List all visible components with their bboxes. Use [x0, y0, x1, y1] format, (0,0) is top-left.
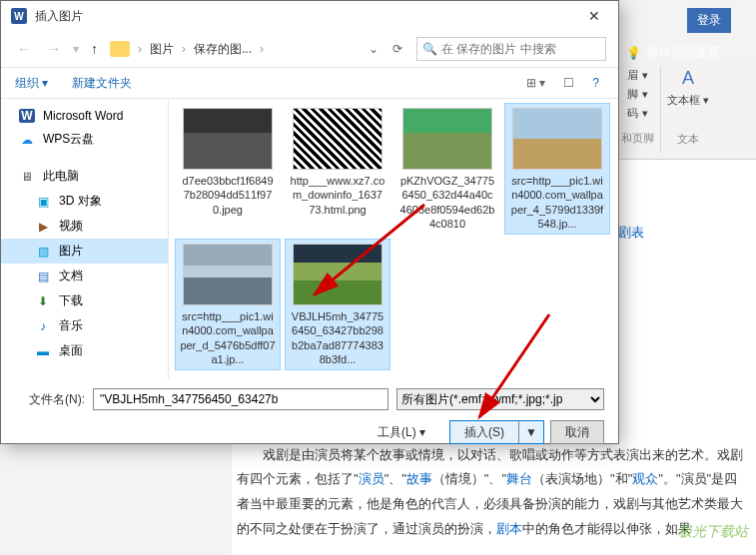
link-actor[interactable]: 演员 [359, 471, 384, 486]
file-name: src=http___pic1.win4000.com_wallpaper_4_… [509, 174, 605, 230]
ribbon-header-btn[interactable]: 眉 ▾ [627, 68, 647, 83]
nav-up-icon[interactable]: ↑ [87, 41, 102, 57]
file-item[interactable]: http___www.xz7.com_downinfo_163773.html.… [285, 103, 390, 235]
sidebar-label: 桌面 [59, 342, 83, 359]
file-item[interactable]: d7ee03bbcf1f68497b28094dd511f970.jpeg [175, 103, 281, 235]
link-story[interactable]: 故事 [406, 471, 432, 486]
sidebar-item-7[interactable]: ⬇下载 [1, 288, 168, 313]
sidebar-label: 文档 [59, 268, 83, 284]
file-thumbnail [512, 108, 602, 170]
refresh-icon[interactable]: ⟳ [386, 42, 408, 56]
sidebar-icon: ▧ [35, 245, 51, 259]
dialog-title: 插入图片 [35, 8, 83, 25]
sidebar-item-0[interactable]: WMicrosoft Word [1, 105, 168, 127]
login-button[interactable]: 登录 [687, 8, 731, 33]
file-name: http___www.xz7.com_downinfo_163773.html.… [290, 174, 385, 217]
sidebar-item-9[interactable]: ▬桌面 [1, 338, 168, 363]
sidebar-item-3[interactable]: ▣3D 对象 [1, 189, 168, 214]
sidebar-icon: ⬇ [35, 294, 51, 308]
lightbulb-icon: 💡 [626, 46, 641, 60]
link-script[interactable]: 剧本 [496, 521, 522, 536]
folder-tree: WMicrosoft Word☁WPS云盘🖥此电脑▣3D 对象▶视频▧图片▤文档… [1, 99, 169, 378]
filename-input[interactable] [93, 388, 388, 410]
file-thumbnail [293, 244, 382, 305]
nav-forward-icon: → [43, 41, 65, 57]
sidebar-label: 图片 [59, 243, 83, 260]
ribbon-pagenum-btn[interactable]: 码 ▾ [627, 106, 647, 121]
file-thumbnail [293, 108, 382, 170]
nav-back-icon[interactable]: ← [13, 41, 35, 57]
filename-label: 文件名(N): [15, 391, 85, 408]
sidebar-label: 音乐 [59, 317, 83, 334]
sidebar-label: 3D 对象 [59, 193, 102, 210]
file-name: pKZhVOGZ_347756450_632d44a40c4603e8f0594… [399, 174, 495, 230]
close-icon[interactable]: ✕ [580, 4, 608, 28]
ribbon-group-headerfooter: 和页脚 [621, 131, 654, 146]
crumb-dd[interactable]: ⌄ [369, 42, 378, 56]
sidebar-icon: ▤ [35, 270, 51, 283]
folder-icon[interactable] [110, 41, 130, 57]
file-item[interactable]: src=http___pic1.win4000.com_wallpaper_4_… [504, 103, 610, 235]
sidebar-label: 此电脑 [43, 168, 79, 185]
sidebar-icon: ▬ [35, 344, 51, 358]
sidebar-icon: 🖥 [19, 170, 35, 184]
file-item[interactable]: src=http___pic1.win4000.com_wallpaper_d_… [175, 239, 281, 370]
view-mode-button[interactable]: ⊞ ▾ [521, 73, 550, 93]
file-thumbnail [402, 108, 492, 170]
file-thumbnail [183, 244, 273, 305]
watermark: 极光下载站 [678, 523, 748, 541]
file-name: src=http___pic1.win4000.com_wallpaper_d_… [180, 309, 276, 365]
insert-picture-dialog: W 插入图片 ✕ ← → ▾ ↑ › 图片 › 保存的图... › ⌄ ⟳ 🔍 … [0, 0, 619, 444]
tools-button[interactable]: 工具(L) ▾ [378, 424, 425, 441]
sidebar-icon: ♪ [35, 319, 51, 333]
new-folder-button[interactable]: 新建文件夹 [72, 75, 132, 92]
sidebar-item-4[interactable]: ▶视频 [1, 214, 168, 239]
sidebar-label: 视频 [59, 218, 83, 235]
help-button[interactable]: ? [587, 73, 604, 93]
breadcrumb-pictures[interactable]: 图片 [150, 41, 174, 58]
sidebar-icon: W [19, 109, 35, 123]
cancel-button[interactable]: 取消 [550, 420, 604, 444]
sidebar-icon: ☁ [19, 133, 35, 147]
tell-me-label[interactable]: 操作说明搜索 [647, 44, 719, 61]
sidebar-label: WPS云盘 [43, 131, 94, 148]
link-stage[interactable]: 舞台 [506, 471, 532, 486]
preview-pane-button[interactable]: ☐ [558, 73, 579, 93]
search-icon: 🔍 [422, 42, 437, 56]
textbox-icon[interactable]: A [682, 68, 694, 89]
sidebar-label: 下载 [59, 292, 83, 309]
file-item[interactable]: VBJLH5mh_347756450_63427bb298b2ba7ad8777… [285, 239, 390, 370]
sidebar-label: Microsoft Word [43, 109, 123, 123]
nav-history-dd[interactable]: ▾ [73, 42, 79, 56]
sidebar-item-1[interactable]: ☁WPS云盘 [1, 127, 168, 152]
sidebar-icon: ▣ [35, 195, 51, 209]
file-thumbnail [183, 108, 273, 170]
sidebar-item-2[interactable]: 🖥此电脑 [1, 164, 168, 189]
file-item[interactable]: pKZhVOGZ_347756450_632d44a40c4603e8f0594… [394, 103, 500, 235]
breadcrumb-saved[interactable]: 保存的图... [194, 41, 252, 58]
ribbon-group-text: 文本 [677, 132, 699, 147]
organize-button[interactable]: 组织 ▾ [15, 75, 48, 92]
file-name: VBJLH5mh_347756450_63427bb298b2ba7ad8777… [290, 309, 385, 365]
ribbon-footer-btn[interactable]: 脚 ▾ [627, 87, 647, 102]
insert-dropdown[interactable]: ▼ [519, 425, 543, 439]
sidebar-item-5[interactable]: ▧图片 [1, 239, 168, 264]
filetype-select[interactable]: 所有图片(*.emf;*.wmf;*.jpg;*.jp [396, 388, 604, 410]
search-input[interactable] [416, 37, 606, 61]
file-list: d7ee03bbcf1f68497b28094dd511f970.jpeghtt… [169, 99, 618, 378]
sidebar-item-6[interactable]: ▤文档 [1, 264, 168, 288]
insert-button[interactable]: 插入(S) ▼ [449, 420, 544, 444]
word-icon: W [11, 8, 27, 24]
sidebar-item-8[interactable]: ♪音乐 [1, 313, 168, 338]
sidebar-icon: ▶ [35, 220, 51, 234]
link-audience[interactable]: 观众 [632, 471, 658, 486]
ribbon-textbox-btn[interactable]: 文本框 ▾ [667, 93, 709, 108]
file-name: d7ee03bbcf1f68497b28094dd511f970.jpeg [180, 174, 276, 217]
crumb-sep: › [138, 42, 142, 56]
